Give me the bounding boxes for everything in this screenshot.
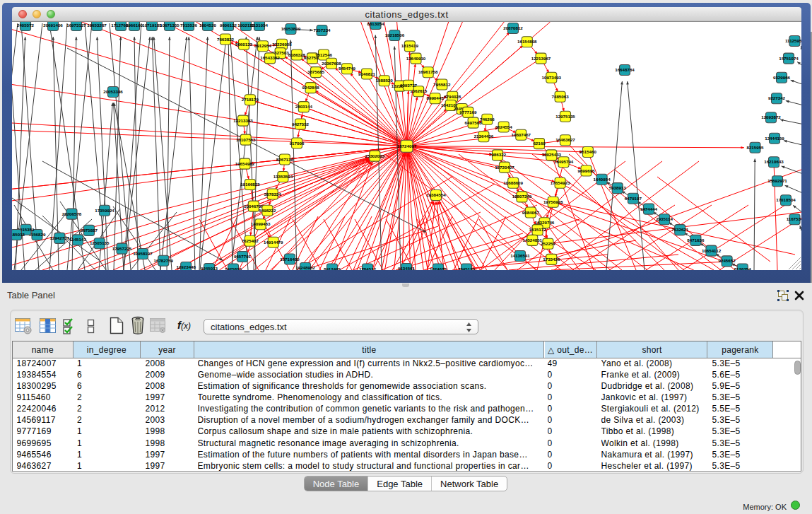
svg-text:9245013: 9245013	[201, 266, 218, 270]
svg-text:29367608: 29367608	[322, 61, 341, 66]
svg-text:13640910: 13640910	[406, 56, 426, 61]
svg-text:9245652: 9245652	[719, 258, 736, 263]
svg-text:1925810: 1925810	[225, 267, 242, 271]
svg-text:9146821: 9146821	[358, 71, 376, 76]
svg-text:13353594: 13353594	[273, 174, 293, 179]
svg-text:6479197: 6479197	[625, 196, 642, 201]
svg-text:1145143: 1145143	[69, 237, 86, 242]
svg-text:8267130: 8267130	[276, 157, 294, 162]
svg-text:1784512: 1784512	[359, 267, 377, 271]
svg-text:1640954: 1640954	[594, 177, 611, 182]
svg-text:8471636: 8471636	[687, 238, 705, 243]
svg-text:19384554: 19384554	[426, 192, 446, 197]
svg-text:12975135: 12975135	[555, 114, 575, 119]
svg-text:8215955: 8215955	[746, 145, 764, 150]
svg-text:7955812: 7955812	[433, 82, 451, 87]
svg-text:6497568: 6497568	[465, 120, 483, 125]
svg-text:15716485: 15716485	[280, 257, 300, 262]
svg-text:2935114: 2935114	[656, 216, 673, 221]
svg-text:20053346: 20053346	[103, 89, 123, 94]
svg-text:9777169: 9777169	[459, 110, 477, 115]
svg-text:5498222: 5498222	[259, 208, 276, 213]
svg-text:14136541: 14136541	[510, 253, 530, 258]
svg-text:9093737: 9093737	[400, 83, 418, 88]
svg-text:17654923: 17654923	[551, 180, 570, 185]
svg-text:18724007: 18724007	[397, 144, 417, 148]
svg-text:9474444: 9474444	[640, 206, 658, 211]
svg-text:21364436: 21364436	[474, 134, 494, 139]
svg-text:14099483: 14099483	[251, 221, 271, 226]
svg-text:16053809: 16053809	[281, 26, 301, 31]
svg-text:9657791: 9657791	[234, 254, 252, 259]
svg-text:25302033: 25302033	[365, 153, 385, 158]
svg-text:9134561: 9134561	[398, 266, 416, 270]
svg-text:6966160: 6966160	[126, 23, 143, 28]
svg-text:9084067: 9084067	[522, 210, 540, 215]
svg-text:19218506: 19218506	[385, 33, 405, 37]
svg-text:8454749: 8454749	[339, 66, 356, 71]
svg-text:9427552: 9427552	[292, 122, 310, 127]
svg-text:1167534: 1167534	[787, 216, 801, 221]
svg-text:12505135: 12505135	[90, 240, 110, 245]
svg-text:10107563: 10107563	[236, 137, 256, 142]
svg-text:10973493: 10973493	[542, 75, 562, 80]
svg-text:8131054: 8131054	[251, 23, 269, 28]
svg-text:5938913: 5938913	[609, 185, 627, 190]
svg-text:12923448: 12923448	[176, 264, 196, 269]
svg-text:6794028: 6794028	[444, 94, 461, 99]
svg-text:9975887: 9975887	[81, 228, 98, 233]
svg-text:2803144: 2803144	[295, 104, 313, 109]
svg-text:20870812: 20870812	[503, 25, 523, 30]
svg-text:17018504: 17018504	[776, 197, 796, 202]
svg-text:10653267: 10653267	[87, 23, 107, 28]
svg-text:8813054: 8813054	[367, 22, 384, 26]
svg-text:7663822: 7663822	[217, 37, 235, 42]
svg-text:8990443: 8990443	[427, 95, 445, 100]
svg-text:10607467: 10607467	[512, 132, 531, 137]
svg-text:9242848: 9242848	[302, 85, 320, 90]
svg-text:3624554: 3624554	[495, 124, 513, 129]
svg-text:19756928: 19756928	[543, 199, 563, 204]
svg-text:18807249: 18807249	[512, 194, 532, 199]
svg-text:20691406: 20691406	[43, 23, 63, 28]
svg-text:9515460: 9515460	[579, 149, 597, 154]
svg-text:23226058: 23226058	[272, 42, 292, 47]
svg-text:14914479: 14914479	[264, 240, 283, 245]
svg-text:20206578: 20206578	[62, 211, 82, 216]
svg-text:10025433: 10025433	[542, 152, 562, 157]
svg-text:16648784: 16648784	[615, 67, 635, 72]
svg-text:10688609: 10688609	[503, 180, 523, 185]
svg-text:9227342: 9227342	[768, 95, 786, 100]
svg-text:746266: 746266	[480, 117, 495, 122]
svg-text:1804520: 1804520	[199, 23, 217, 28]
svg-text:1733426: 1733426	[543, 257, 560, 262]
svg-text:15720407: 15720407	[495, 165, 514, 170]
svg-text:8186328: 8186328	[288, 52, 306, 57]
svg-text:7515526: 7515526	[180, 23, 198, 28]
svg-text:5878334: 5878334	[264, 192, 282, 197]
svg-text:19166825: 19166825	[240, 182, 260, 187]
svg-text:16154808: 16154808	[517, 39, 537, 44]
svg-text:3875685: 3875685	[307, 69, 325, 74]
svg-text:7345120: 7345120	[458, 267, 476, 271]
svg-text:1815419: 1815419	[401, 43, 419, 48]
svg-text:8660123: 8660123	[235, 42, 253, 47]
svg-text:3912954: 3912954	[254, 43, 272, 48]
svg-text:7625402: 7625402	[242, 238, 259, 243]
svg-text:2718170: 2718170	[242, 97, 259, 102]
svg-text:12213363: 12213363	[233, 118, 253, 123]
svg-text:9329966: 9329966	[773, 75, 791, 80]
svg-text:10248902: 10248902	[295, 265, 315, 270]
svg-text:12213967: 12213967	[531, 56, 551, 61]
svg-text:1588520: 1588520	[376, 78, 394, 83]
svg-text:15692971: 15692971	[767, 178, 787, 183]
svg-text:2405572: 2405572	[17, 23, 35, 28]
svg-text:62160: 62160	[533, 141, 546, 146]
svg-text:16973127: 16973127	[66, 23, 86, 28]
svg-text:12093872: 12093872	[761, 115, 781, 119]
svg-text:1824673: 1824673	[430, 267, 447, 271]
svg-text:917006: 917006	[290, 141, 305, 146]
svg-text:7512546: 7512546	[315, 52, 333, 57]
svg-text:16495794: 16495794	[554, 159, 574, 164]
svg-text:10671355: 10671355	[160, 23, 180, 28]
